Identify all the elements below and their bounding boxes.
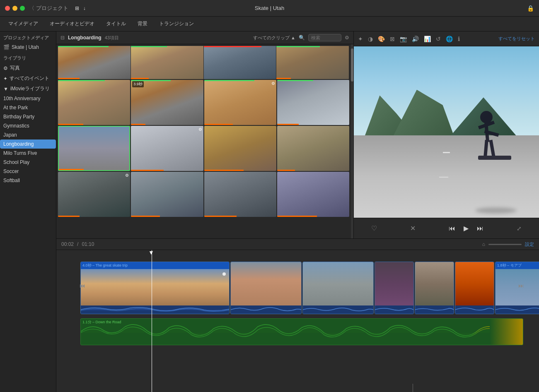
sidebar-imovie-library[interactable]: ▼ iMovieライブラリ bbox=[0, 84, 56, 94]
tab-transitions[interactable]: トランジション bbox=[157, 19, 196, 28]
media-thumb[interactable] bbox=[277, 126, 349, 171]
media-thumb[interactable]: ⚙ bbox=[204, 80, 276, 125]
timeline-clip-3[interactable] bbox=[302, 262, 374, 314]
tab-backgrounds[interactable]: 背景 bbox=[136, 19, 149, 28]
layout-icon[interactable]: ⊞ bbox=[75, 5, 79, 11]
sidebar-item-softball[interactable]: Softball bbox=[0, 176, 56, 185]
audio-waveform-full bbox=[81, 319, 523, 345]
window-title: Skate | Utah bbox=[255, 5, 284, 11]
filter-dropdown[interactable]: すべてのクリップ ▲ bbox=[253, 35, 295, 41]
color-balance-icon[interactable]: ◑ bbox=[368, 36, 373, 42]
media-strip-row bbox=[58, 46, 349, 79]
media-thumb[interactable] bbox=[131, 172, 203, 217]
video-content bbox=[354, 46, 539, 218]
preview-video bbox=[354, 46, 539, 218]
media-thumb[interactable]: ⚙ bbox=[131, 126, 203, 171]
favorite-button[interactable]: ♡ bbox=[371, 224, 377, 232]
tab-audio-video[interactable]: オーディオとビデオ bbox=[48, 19, 96, 28]
sidebar-item-milo[interactable]: Milo Turns Five bbox=[0, 149, 56, 158]
media-thumb[interactable]: ⚙ bbox=[58, 172, 130, 217]
media-thumb[interactable] bbox=[58, 46, 131, 79]
media-thumb[interactable] bbox=[277, 172, 349, 217]
settings-icon[interactable]: ⚙ bbox=[345, 35, 349, 41]
timeline-clip-6[interactable] bbox=[455, 262, 494, 314]
sidebar-item-soccer[interactable]: Soccer bbox=[0, 167, 56, 176]
sidebar-item-10th[interactable]: 10th Anniversary bbox=[0, 94, 56, 103]
triangle-icon: ▼ bbox=[3, 86, 8, 92]
timeline-clip-1[interactable]: 4.0秒 – The great skate trip bbox=[80, 262, 230, 314]
camera-icon[interactable]: 📷 bbox=[400, 36, 407, 42]
media-thumb[interactable] bbox=[204, 46, 277, 79]
sidebar-item-japan[interactable]: Japan bbox=[0, 130, 56, 139]
thumb-settings-icon3[interactable]: ⚙ bbox=[125, 173, 129, 178]
grid-view-icon[interactable]: ⊟ bbox=[60, 35, 65, 41]
maximize-button[interactable] bbox=[20, 6, 25, 11]
media-thumb[interactable] bbox=[204, 172, 276, 217]
info-icon[interactable]: ℹ bbox=[458, 36, 460, 42]
media-thumb[interactable]: 3.9秒 bbox=[131, 80, 203, 125]
skip-forward-button[interactable]: ⏭ bbox=[477, 225, 483, 232]
playhead-triangle: ▼ bbox=[148, 250, 154, 256]
media-thumb[interactable] bbox=[276, 46, 349, 79]
media-scrollbar[interactable] bbox=[351, 44, 353, 238]
rotate-icon[interactable]: ↺ bbox=[436, 36, 441, 42]
search-input[interactable] bbox=[308, 34, 341, 41]
thumb-settings-icon[interactable]: ⚙ bbox=[271, 81, 275, 86]
fullscreen-button[interactable]: ⤢ bbox=[517, 225, 522, 232]
clip-1-label: 4.0秒 – The great skate trip bbox=[81, 262, 229, 269]
minimize-button[interactable] bbox=[12, 6, 17, 11]
audio-waveform bbox=[81, 305, 229, 314]
magic-wand-icon[interactable]: ✦ bbox=[358, 36, 363, 42]
reset-all-button[interactable]: すべてをリセット bbox=[498, 36, 535, 42]
window-controls[interactable] bbox=[5, 6, 25, 11]
reject-button[interactable]: ✕ bbox=[410, 224, 416, 232]
timeline-clip-5[interactable] bbox=[415, 262, 454, 314]
skip-back-button[interactable]: ⏮ bbox=[449, 225, 455, 232]
clip-7-audio bbox=[495, 305, 539, 314]
timeline-clip-4[interactable] bbox=[375, 262, 414, 314]
globe-icon[interactable]: 🌐 bbox=[446, 36, 453, 42]
sidebar-item-project[interactable]: 🎬 Skate | Utah bbox=[0, 43, 56, 52]
clip-2-thumb bbox=[231, 262, 301, 305]
timeline-settings-button[interactable]: 設定 bbox=[525, 241, 534, 248]
bottom-playhead-2 bbox=[413, 384, 413, 392]
color-wheel-icon[interactable]: 🎨 bbox=[378, 36, 385, 42]
import-icon[interactable]: ↓ bbox=[83, 5, 86, 11]
timeline-clip-2[interactable] bbox=[230, 262, 302, 314]
titlebar: 〈 プロジェクト ⊞ ↓ Skate | Utah 🔒 bbox=[0, 0, 539, 17]
media-thumb[interactable] bbox=[204, 126, 276, 171]
play-button[interactable]: ▶ bbox=[464, 224, 469, 232]
audio-icon[interactable]: 🔊 bbox=[412, 36, 419, 42]
clip-6-audio bbox=[455, 305, 494, 314]
sidebar-item-gymnastics[interactable]: Gymnastics bbox=[0, 121, 56, 130]
sidebar-item-photos[interactable]: ⚙ 写真 bbox=[0, 63, 56, 73]
audio-waveform bbox=[303, 305, 373, 314]
tab-my-media[interactable]: マイメディア bbox=[7, 19, 40, 28]
home-icon: ⌂ bbox=[482, 241, 485, 247]
sidebar-item-schoolplay[interactable]: School Play bbox=[0, 158, 56, 167]
preview-toolbar: ✦ ◑ 🎨 ⊠ 📷 🔊 📊 ↺ 🌐 ℹ すべてをリセット bbox=[354, 31, 539, 46]
track-nav-right[interactable]: ⏭ bbox=[518, 282, 524, 289]
clip-7-thumb bbox=[495, 269, 539, 305]
sidebar-item-birthday[interactable]: Birthday Party bbox=[0, 112, 56, 121]
media-grid: 3.9秒 ⚙ bbox=[56, 44, 351, 238]
timecode-bar: 00:02 / 01:10 ⌂ 設定 bbox=[56, 238, 539, 250]
track-nav-left[interactable]: ⏮ bbox=[80, 282, 85, 289]
media-thumb[interactable] bbox=[277, 80, 349, 125]
back-button[interactable]: 〈 プロジェクト bbox=[29, 5, 68, 12]
sidebar-item-atpark[interactable]: At the Park bbox=[0, 103, 56, 112]
sidebar-item-all-events[interactable]: ✦ すべてのイベント bbox=[0, 73, 56, 84]
close-button[interactable] bbox=[5, 6, 10, 11]
media-browser: ⊟ Longboarding 43項目 すべてのクリップ ▲ 🔍 ⚙ bbox=[56, 31, 354, 238]
media-thumb[interactable] bbox=[58, 126, 130, 171]
sidebar-item-longboarding[interactable]: Longboarding bbox=[0, 139, 56, 149]
media-thumb[interactable] bbox=[58, 80, 130, 125]
audio-clip[interactable]: 1.1分 – Down the Road bbox=[80, 318, 523, 345]
tab-titles[interactable]: タイトル bbox=[104, 19, 128, 28]
thumb-settings-icon2[interactable]: ⚙ bbox=[198, 127, 202, 132]
chart-icon[interactable]: 📊 bbox=[424, 36, 431, 42]
timeline-clip-7[interactable]: 1.8秒 – モアブ bbox=[495, 262, 539, 314]
titlebar-tools: ⊞ ↓ bbox=[75, 5, 86, 11]
crop-icon[interactable]: ⊠ bbox=[390, 36, 395, 42]
media-thumb[interactable] bbox=[131, 46, 204, 79]
